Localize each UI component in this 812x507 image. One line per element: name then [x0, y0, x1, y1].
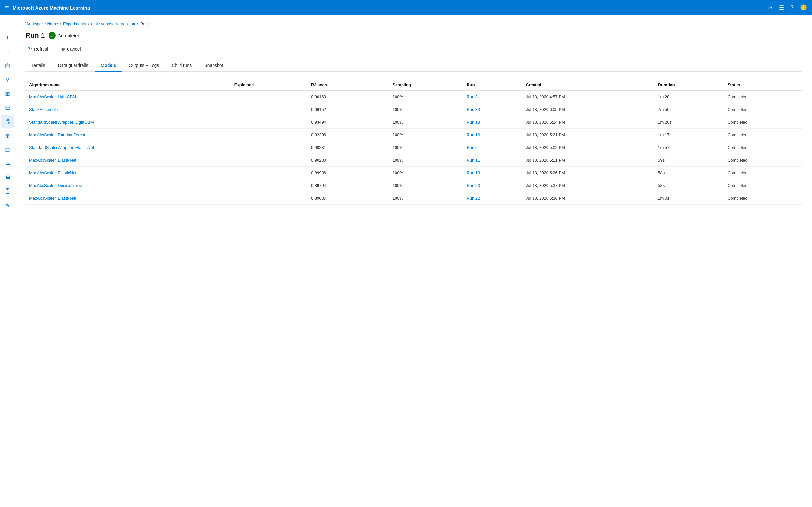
- tab-models[interactable]: Models: [95, 60, 122, 72]
- account-icon[interactable]: 😊: [800, 4, 807, 11]
- cell-sampling: 100%: [389, 116, 463, 129]
- run-link[interactable]: Run 23: [467, 183, 480, 188]
- cell-explained: [231, 154, 307, 167]
- breadcrumb-current: Run 1: [140, 21, 151, 26]
- cell-sampling: 100%: [389, 103, 463, 116]
- algorithm-link[interactable]: MaxAbsScaler, RandomForest: [29, 132, 85, 137]
- sidebar-network-icon[interactable]: ⊞: [1, 88, 14, 100]
- cell-algorithm: StandardScalerWrapper, ElasticNet: [26, 141, 231, 154]
- sidebar-lab-icon[interactable]: ⚗: [1, 115, 14, 128]
- cell-explained: [231, 192, 307, 205]
- breadcrumb-sep-2: ›: [88, 22, 89, 26]
- table-row: MaxAbsScaler, LightGBM0.96160100%Run 3Ju…: [26, 91, 802, 103]
- sidebar-branch-icon[interactable]: ⑂: [1, 73, 14, 86]
- table-header-row: Algorithm name Explained R2 score ↓ Samp…: [26, 79, 802, 91]
- run-link[interactable]: Run 3: [467, 95, 478, 99]
- refresh-button[interactable]: ↻ Refresh: [26, 45, 52, 53]
- algorithm-link[interactable]: MaxAbsScaler, ElasticNet: [29, 170, 77, 175]
- run-link[interactable]: Run 6: [467, 145, 478, 150]
- table-row: MaxAbsScaler, ElasticNet0.90230100%Run 1…: [26, 154, 802, 167]
- algorithm-link[interactable]: MaxAbsScaler, ElasticNet: [29, 158, 77, 163]
- tab-child-runs[interactable]: Child runs: [165, 60, 198, 72]
- cell-duration: 58s: [654, 167, 723, 179]
- refresh-label: Refresh: [34, 47, 49, 52]
- sidebar-add-icon[interactable]: +: [1, 32, 14, 44]
- table-row: MaxAbsScaler, ElasticNet0.89996100%Run 1…: [26, 167, 802, 179]
- cell-duration: 58s: [654, 179, 723, 192]
- col-r2score[interactable]: R2 score ↓: [307, 79, 389, 91]
- tab-snapshot[interactable]: Snapshot: [198, 60, 229, 72]
- cell-created: Jul 18, 2020 5:37 PM: [522, 179, 654, 192]
- algorithm-link[interactable]: StandardScalerWrapper, LightGBM: [29, 120, 94, 124]
- cell-status: Completed: [724, 192, 802, 205]
- algorithm-link[interactable]: StackEnsemble: [29, 107, 58, 112]
- run-link[interactable]: Run 19: [467, 170, 480, 175]
- breadcrumb-sep-1: ›: [60, 22, 61, 26]
- cell-sampling: 100%: [389, 91, 463, 103]
- cell-r2score: 0.90230: [307, 154, 389, 167]
- app-title: Microsoft Azure Machine Learning: [13, 5, 90, 10]
- sidebar-database-icon[interactable]: 🗄: [1, 185, 14, 198]
- run-link[interactable]: Run 22: [467, 196, 480, 201]
- cell-sampling: 100%: [389, 192, 463, 205]
- tab-outputs-logs[interactable]: Outputs + Logs: [122, 60, 165, 72]
- cell-explained: [231, 179, 307, 192]
- cell-run: Run 11: [463, 154, 522, 167]
- cell-run: Run 18: [463, 116, 522, 129]
- algorithm-link[interactable]: MaxAbsScaler, DecisionTree: [29, 183, 82, 188]
- sidebar-grid-icon[interactable]: ⊟: [1, 101, 14, 114]
- sort-icon: ↓: [330, 83, 332, 87]
- breadcrumb-workspace[interactable]: Workspace Name: [26, 21, 58, 26]
- cell-created: Jul 18, 2020 5:24 PM: [522, 116, 654, 129]
- cell-duration: 7m 50s: [654, 103, 723, 116]
- cell-r2score: 0.89637: [307, 192, 389, 205]
- breadcrumb-sep-3: ›: [137, 22, 138, 26]
- breadcrumb: Workspace Name › Experiments › aml-synap…: [26, 21, 802, 26]
- settings-icon[interactable]: ⚙: [768, 4, 773, 11]
- run-link[interactable]: Run 18: [467, 120, 480, 124]
- cell-algorithm: MaxAbsScaler, RandomForest: [26, 129, 231, 141]
- run-link[interactable]: Run 16: [467, 132, 480, 137]
- cell-duration: 59s: [654, 154, 723, 167]
- table-row: MaxAbsScaler, ElasticNet0.89637100%Run 2…: [26, 192, 802, 205]
- algorithm-link[interactable]: MaxAbsScaler, LightGBM: [29, 95, 76, 99]
- algorithm-link[interactable]: StandardScalerWrapper, ElasticNet: [29, 145, 94, 150]
- cell-status: Completed: [724, 116, 802, 129]
- breadcrumb-experiment-name[interactable]: aml-synapse-regression: [91, 21, 135, 26]
- sidebar-nodes-icon[interactable]: ⊕: [1, 129, 14, 142]
- help-icon[interactable]: ?: [791, 4, 794, 11]
- cancel-button[interactable]: ⊗ Cancel: [58, 45, 84, 53]
- cell-r2score: 0.89996: [307, 167, 389, 179]
- tab-data-guardrails[interactable]: Data guardrails: [52, 60, 95, 72]
- sidebar-home-icon[interactable]: ⌂: [1, 46, 14, 58]
- cell-algorithm: MaxAbsScaler, ElasticNet: [26, 154, 231, 167]
- cell-explained: [231, 129, 307, 141]
- table-row: MaxAbsScaler, RandomForest0.92306100%Run…: [26, 129, 802, 141]
- sidebar-list-icon[interactable]: 📋: [1, 60, 14, 72]
- cell-created: Jul 18, 2020 5:11 PM: [522, 154, 654, 167]
- sidebar-cube-icon[interactable]: ◻: [1, 143, 14, 156]
- cell-created: Jul 18, 2020 6:05 PM: [522, 103, 654, 116]
- cell-explained: [231, 116, 307, 129]
- col-status: Status: [724, 79, 802, 91]
- run-link[interactable]: Run 33: [467, 107, 480, 112]
- cell-duration: 1m 57s: [654, 141, 723, 154]
- hamburger-icon[interactable]: ≡: [5, 4, 9, 11]
- table-row: StandardScalerWrapper, ElasticNet0.90281…: [26, 141, 802, 154]
- main-content: Workspace Name › Experiments › aml-synap…: [15, 15, 812, 507]
- feedback-icon[interactable]: ☰: [779, 4, 784, 11]
- algorithm-link[interactable]: MaxAbsScaler, ElasticNet: [29, 196, 77, 201]
- breadcrumb-experiments[interactable]: Experiments: [63, 21, 86, 26]
- top-navigation-bar: ≡ Microsoft Azure Machine Learning ⚙ ☰ ?…: [0, 0, 812, 15]
- sidebar-computer-icon[interactable]: 🖥: [1, 171, 14, 184]
- cell-run: Run 22: [463, 192, 522, 205]
- tab-details[interactable]: Details: [26, 60, 52, 72]
- sidebar-menu-icon[interactable]: ≡: [1, 18, 14, 31]
- cell-status: Completed: [724, 91, 802, 103]
- refresh-icon: ↻: [28, 46, 32, 52]
- sidebar-cloud-icon[interactable]: ☁: [1, 157, 14, 170]
- cell-r2score: 0.92306: [307, 129, 389, 141]
- run-link[interactable]: Run 11: [467, 158, 480, 163]
- sidebar-edit-icon[interactable]: ✎: [1, 199, 14, 212]
- cell-sampling: 100%: [389, 167, 463, 179]
